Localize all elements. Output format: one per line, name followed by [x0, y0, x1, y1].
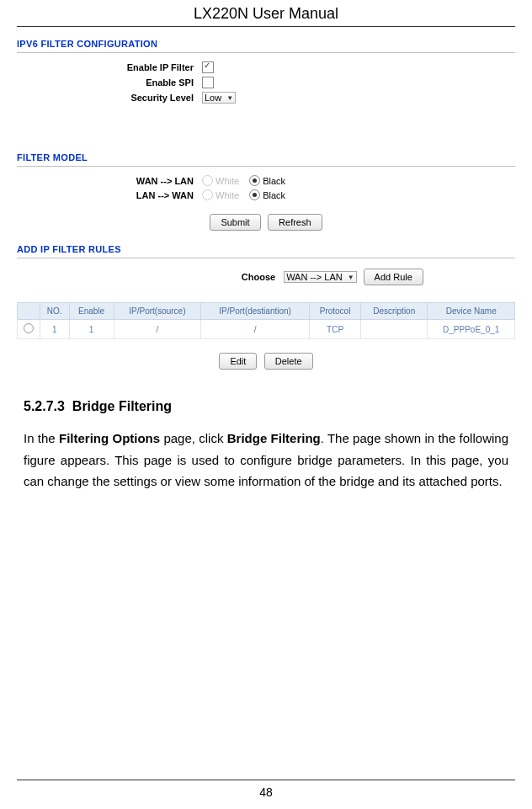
th-description: Description [361, 303, 428, 320]
th-protocol: Protocol [310, 303, 361, 320]
td-protocol: TCP [310, 320, 361, 339]
th-device-name: Device Name [428, 303, 515, 320]
refresh-button[interactable]: Refresh [268, 214, 322, 231]
td-no: 1 [40, 320, 70, 339]
enable-ip-filter-label: Enable IP Filter [0, 62, 202, 72]
filter-model-title: FILTER MODEL [17, 152, 515, 162]
radio-label: Black [263, 176, 285, 186]
enable-spi-row: Enable SPI [0, 77, 532, 88]
divider [17, 52, 515, 53]
radio-icon [202, 175, 213, 186]
text: page, click [160, 431, 227, 445]
text: In the [24, 431, 59, 445]
page-number: 48 [17, 780, 515, 799]
delete-button[interactable]: Delete [264, 353, 313, 370]
td-description [361, 320, 428, 339]
td-ipport-dest: / [201, 320, 310, 339]
enable-ip-filter-row: Enable IP Filter [0, 61, 532, 73]
submit-button[interactable]: Submit [210, 214, 260, 231]
ipv6-config-title: IPV6 FILTER CONFIGURATION [17, 39, 515, 49]
security-level-select[interactable]: Low ▼ [202, 92, 236, 104]
rules-table: NO. Enable IP/Port(source) IP/Port(desti… [17, 302, 515, 339]
edit-delete-row: Edit Delete [0, 353, 532, 370]
section-title: Bridge Filtering [72, 399, 172, 413]
security-level-row: Security Level Low ▼ [0, 92, 532, 104]
enable-spi-label: Enable SPI [0, 77, 202, 88]
th-select [18, 303, 40, 320]
security-level-label: Security Level [0, 93, 202, 103]
enable-ip-filter-checkbox[interactable] [202, 61, 214, 73]
wan-lan-label: WAN --> LAN [0, 176, 202, 186]
page-header: LX220N User Manual [17, 0, 515, 27]
table-header-row: NO. Enable IP/Port(source) IP/Port(desti… [18, 303, 515, 320]
td-ipport-source: / [114, 320, 200, 339]
th-no: NO. [40, 303, 70, 320]
lan-wan-row: LAN --> WAN White Black [0, 189, 532, 200]
lan-wan-white-radio[interactable]: White [202, 189, 239, 200]
rules-table-container: NO. Enable IP/Port(source) IP/Port(desti… [17, 302, 515, 339]
section-heading: 5.2.7.3 Bridge Filtering [24, 395, 508, 418]
choose-value: WAN --> LAN [286, 272, 343, 282]
content-section: 5.2.7.3 Bridge Filtering In the Filterin… [24, 395, 508, 492]
td-enable: 1 [69, 320, 114, 339]
wan-lan-black-radio[interactable]: Black [249, 175, 285, 186]
security-level-value: Low [205, 93, 221, 103]
radio-icon [249, 189, 260, 200]
th-ipport-source: IP/Port(source) [114, 303, 200, 320]
radio-label: White [215, 176, 239, 186]
radio-label: Black [263, 190, 285, 200]
section-paragraph: In the Filtering Options page, click Bri… [24, 428, 508, 492]
section-number: 5.2.7.3 [24, 399, 65, 413]
lan-wan-black-radio[interactable]: Black [249, 189, 285, 200]
bold-text: Filtering Options [59, 431, 160, 445]
table-row: 1 1 / / TCP D_PPPoE_0_1 [18, 320, 515, 339]
choose-row: Choose WAN --> LAN ▼ Add Rule [0, 269, 532, 285]
td-select[interactable] [18, 320, 40, 339]
chevron-down-icon: ▼ [226, 94, 233, 102]
radio-icon [249, 175, 260, 186]
wan-lan-row: WAN --> LAN White Black [0, 175, 532, 186]
th-ipport-dest: IP/Port(destiantion) [201, 303, 310, 320]
th-enable: Enable [69, 303, 114, 320]
lan-wan-label: LAN --> WAN [0, 190, 202, 200]
add-rule-button[interactable]: Add Rule [364, 269, 423, 285]
bold-text: Bridge Filtering [227, 431, 321, 445]
radio-icon [202, 189, 213, 200]
submit-refresh-row: Submit Refresh [0, 214, 532, 231]
chevron-down-icon: ▼ [348, 274, 354, 281]
td-device-name: D_PPPoE_0_1 [428, 320, 515, 339]
choose-label: Choose [107, 272, 284, 282]
add-ip-filter-rules-title: ADD IP FILTER RULES [17, 244, 515, 254]
enable-spi-checkbox[interactable] [202, 77, 214, 88]
wan-lan-white-radio[interactable]: White [202, 175, 239, 186]
edit-button[interactable]: Edit [219, 353, 257, 370]
radio-icon [24, 323, 34, 333]
divider [17, 258, 515, 258]
divider [17, 166, 515, 167]
radio-label: White [215, 190, 239, 200]
choose-select[interactable]: WAN --> LAN ▼ [284, 271, 356, 283]
